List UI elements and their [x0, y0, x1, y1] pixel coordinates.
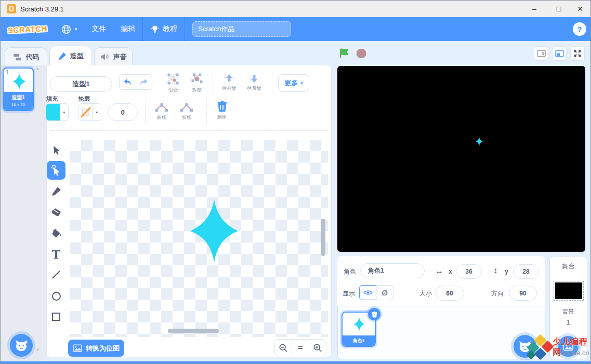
y-label: y [505, 268, 508, 275]
rectangle-tool[interactable] [47, 307, 65, 326]
menu-edit[interactable]: 编辑 [113, 17, 142, 41]
tab-code[interactable]: 代码 [5, 47, 47, 66]
magnifier-plus-icon [313, 343, 322, 353]
scratch-logo[interactable]: SCRATCH [8, 24, 48, 35]
brush-tool[interactable] [47, 182, 65, 201]
outline-color-picker[interactable]: ▾ [78, 103, 101, 121]
sprite-label: 角色 [344, 267, 356, 276]
text-t-icon: T [52, 248, 60, 261]
cat-face-icon [14, 339, 29, 352]
canvas-horizontal-scrollbar[interactable] [168, 329, 219, 333]
app-icon [7, 4, 16, 14]
stroke-width-input[interactable] [108, 103, 138, 121]
sprite-y-input[interactable] [513, 264, 539, 279]
reshape-cursor-icon [51, 165, 61, 176]
ungroup-icon [191, 73, 203, 85]
costume-item[interactable]: 1 造型1 16 x 20 [3, 68, 34, 111]
stop-button[interactable] [356, 48, 366, 59]
sprite-direction-input[interactable] [509, 286, 537, 301]
tab-costumes[interactable]: 造型 [49, 46, 92, 66]
fill-color-picker[interactable]: ▾ [46, 103, 69, 121]
brush-icon [58, 52, 67, 61]
eraser-tool[interactable] [47, 203, 65, 222]
menu-file[interactable]: 文件 [84, 17, 113, 41]
line-tool[interactable] [47, 265, 65, 284]
sprite-name-input[interactable] [360, 263, 425, 278]
green-flag-button[interactable] [338, 48, 349, 59]
undo-button[interactable] [120, 75, 136, 89]
circle-tool[interactable] [47, 287, 65, 305]
project-name-input[interactable] [192, 21, 291, 37]
select-tool[interactable] [47, 141, 65, 159]
costume-index: 1 [6, 70, 9, 75]
fullscreen-button[interactable] [570, 46, 585, 61]
canvas-star-shape[interactable] [185, 199, 243, 263]
blocks-icon [13, 53, 22, 61]
backdrop-count: 1 [567, 319, 570, 326]
zoom-in-button[interactable] [309, 340, 326, 356]
sprite-x-input[interactable] [456, 264, 482, 279]
redo-button[interactable] [136, 75, 152, 89]
minimize-button[interactable]: – [523, 1, 546, 17]
ungroup-button[interactable]: 拆散 [186, 73, 208, 93]
zoom-out-button[interactable] [275, 340, 292, 356]
delete-button[interactable]: 删除 [211, 101, 233, 120]
delete-sprite-badge[interactable] [368, 308, 380, 320]
eraser-icon [51, 208, 62, 217]
scroll-down-icon[interactable]: ▼ [35, 347, 40, 353]
add-costume-button[interactable] [10, 334, 33, 357]
watermark-domain: kidscode.cn [554, 349, 589, 357]
large-stage-button[interactable] [552, 46, 567, 61]
costume-name-input[interactable] [50, 76, 112, 92]
x-label: x [449, 268, 452, 275]
backward-button[interactable]: 往后放 [243, 74, 266, 92]
language-selector[interactable]: ▾ [54, 17, 85, 41]
stage[interactable] [337, 66, 585, 252]
bitmap-image-icon [73, 344, 82, 352]
arrow-up-icon [224, 74, 235, 83]
caret-down-icon: ▾ [96, 110, 98, 115]
small-stage-button[interactable] [534, 46, 548, 61]
costume-name-label: 造型1 16 x 20 [4, 92, 33, 110]
convert-to-bitmap-button[interactable]: 转换为位图 [68, 340, 124, 357]
reshape-tool[interactable] [47, 161, 65, 180]
outline-none-swatch [79, 104, 93, 120]
sprite-thumbnail-star [353, 317, 365, 331]
close-button[interactable]: ✕ [569, 1, 591, 17]
hide-button[interactable]: Ø [376, 285, 393, 300]
canvas-vertical-scrollbar[interactable] [321, 219, 325, 256]
straight-button[interactable]: 折线 [175, 103, 198, 121]
trash-icon [217, 101, 227, 112]
zoom-reset-button[interactable]: = [292, 340, 309, 356]
tab-sounds[interactable]: 声音 [94, 47, 133, 66]
large-stage-icon [555, 50, 564, 57]
curve-button[interactable]: 曲线 [150, 103, 173, 121]
x-axis-icon: ↔ [435, 266, 443, 276]
brush-icon [51, 186, 61, 197]
sprite-size-input[interactable] [435, 286, 464, 301]
backdrop-thumbnail[interactable] [554, 281, 584, 301]
lightbulb-icon [150, 24, 160, 34]
fill-tool[interactable] [47, 224, 65, 242]
backdrops-label: 背景 [562, 308, 574, 316]
scroll-up-icon[interactable]: ▲ [35, 66, 40, 71]
caret-down-icon: ▾ [75, 26, 77, 32]
group-button[interactable]: 组合 [162, 73, 185, 93]
menu-tutorials[interactable]: 教程 [143, 17, 185, 41]
text-tool[interactable]: T [47, 245, 65, 264]
trash-x-icon [372, 311, 377, 318]
stage-pane-title: 舞台 [550, 257, 587, 277]
stage-sprite-star[interactable] [476, 137, 483, 146]
scratch-app-window: Scratch 3.29.1 – □ ✕ SCRATCH ▾ 文件 编辑 教程 [0, 0, 591, 364]
show-button[interactable] [359, 285, 376, 300]
paint-canvas[interactable] [70, 140, 328, 337]
eye-slash-icon: Ø [382, 288, 388, 297]
maximize-button[interactable]: □ [547, 1, 570, 17]
forward-button[interactable]: 往前放 [218, 74, 241, 92]
menu-bar: SCRATCH ▾ 文件 编辑 教程 ? [1, 17, 591, 41]
help-button[interactable]: ? [573, 22, 586, 36]
circle-icon [51, 291, 61, 301]
more-dropdown-button[interactable]: 更多 ▾ [278, 74, 309, 92]
group-icon [167, 73, 179, 85]
canvas-zoom-controls: = [274, 339, 326, 356]
